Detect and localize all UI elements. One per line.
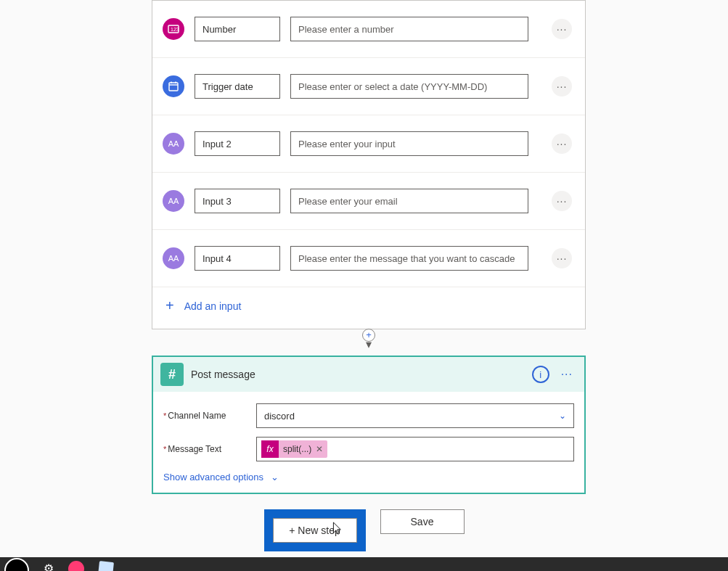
chevron-down-icon: ⌄ bbox=[559, 411, 566, 421]
channel-name-select[interactable]: discord ⌄ bbox=[256, 403, 574, 428]
action-more-button[interactable]: ··· bbox=[557, 368, 577, 381]
message-text-input[interactable]: fx split(...) ✕ bbox=[256, 437, 574, 461]
input-name-3[interactable] bbox=[195, 189, 280, 213]
show-advanced-options[interactable]: Show advanced options ⌄ bbox=[163, 466, 279, 484]
input-value-2[interactable] bbox=[290, 131, 528, 156]
input-name-date[interactable] bbox=[195, 74, 280, 99]
field-channel-name: *Channel Name discord ⌄ bbox=[163, 399, 574, 432]
trigger-card: 123 ··· ··· AA ··· AA ··· AA bbox=[152, 0, 586, 329]
input-row-2: AA ··· bbox=[152, 115, 585, 172]
text-icon: AA bbox=[163, 247, 184, 269]
channel-name-value: discord bbox=[264, 411, 295, 422]
footer-buttons: + New step Save bbox=[0, 509, 728, 551]
expression-token[interactable]: fx split(...) ✕ bbox=[261, 440, 327, 458]
input-more-2[interactable]: ··· bbox=[552, 133, 572, 154]
slack-hash-icon: # bbox=[160, 363, 184, 386]
input-name-number[interactable] bbox=[195, 17, 280, 41]
arrow-down-icon: ▾ bbox=[362, 340, 375, 349]
start-button[interactable] bbox=[4, 558, 29, 572]
chevron-down-icon: ⌄ bbox=[271, 472, 279, 482]
input-row-3: AA ··· bbox=[152, 172, 585, 229]
save-button[interactable]: Save bbox=[380, 509, 465, 534]
input-value-date[interactable] bbox=[290, 74, 528, 99]
add-input-label: Add an input bbox=[184, 300, 242, 312]
input-more-4[interactable]: ··· bbox=[552, 248, 572, 268]
input-row-number: 123 ··· bbox=[152, 1, 585, 57]
input-row-4: AA ··· bbox=[152, 229, 585, 287]
new-step-highlight: + New step bbox=[264, 509, 366, 551]
taskbar: ⚙ bbox=[0, 557, 728, 571]
input-value-4[interactable] bbox=[290, 246, 528, 271]
connector: + ▾ bbox=[362, 328, 375, 349]
text-icon: AA bbox=[163, 190, 184, 212]
action-header[interactable]: # Post message i ··· bbox=[153, 357, 584, 392]
taskbar-app-2[interactable] bbox=[98, 561, 114, 571]
input-value-3[interactable] bbox=[290, 189, 528, 213]
settings-icon[interactable]: ⚙ bbox=[44, 562, 54, 571]
plus-icon: + bbox=[165, 297, 174, 314]
input-more-date[interactable]: ··· bbox=[552, 76, 572, 96]
add-input-button[interactable]: + Add an input bbox=[152, 287, 585, 321]
svg-text:123: 123 bbox=[171, 27, 179, 32]
info-icon[interactable]: i bbox=[532, 366, 549, 383]
expression-label: split(...) bbox=[279, 444, 316, 454]
input-value-number[interactable] bbox=[290, 17, 528, 41]
message-text-label: *Message Text bbox=[163, 444, 256, 454]
channel-name-label: *Channel Name bbox=[163, 411, 256, 421]
fx-icon: fx bbox=[261, 440, 279, 458]
text-icon: AA bbox=[163, 133, 184, 155]
input-name-2[interactable] bbox=[195, 131, 280, 156]
calendar-icon bbox=[163, 75, 184, 97]
svg-rect-2 bbox=[169, 83, 178, 91]
remove-token-icon[interactable]: ✕ bbox=[316, 444, 323, 454]
action-title: Post message bbox=[191, 369, 525, 380]
input-row-date: ··· bbox=[152, 57, 585, 115]
number-icon: 123 bbox=[163, 18, 184, 40]
input-name-4[interactable] bbox=[195, 246, 280, 271]
input-more-3[interactable]: ··· bbox=[552, 191, 572, 211]
taskbar-app-1[interactable] bbox=[68, 561, 84, 572]
advanced-options-label: Show advanced options bbox=[163, 472, 263, 482]
action-card: # Post message i ··· *Channel Name disco… bbox=[152, 356, 586, 494]
field-message-text: *Message Text fx split(...) ✕ bbox=[163, 432, 574, 466]
new-step-button[interactable]: + New step bbox=[273, 518, 357, 543]
input-more-number[interactable]: ··· bbox=[552, 19, 572, 39]
